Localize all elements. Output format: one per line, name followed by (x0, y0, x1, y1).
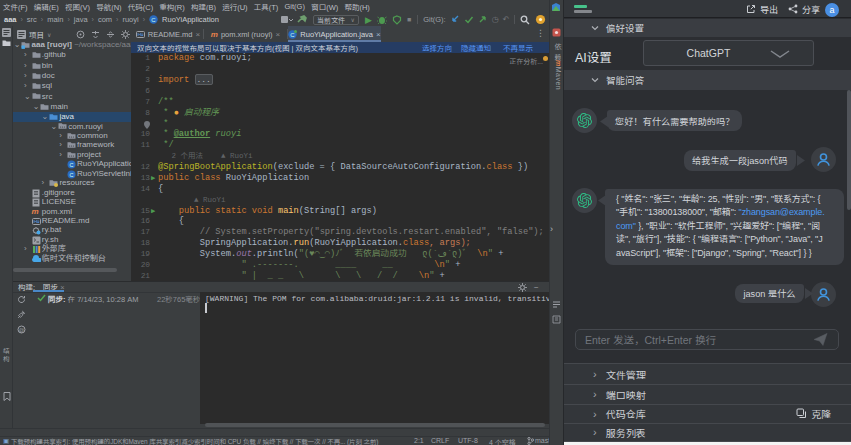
svg-text:C: C (151, 17, 156, 23)
svg-text:C: C (69, 171, 73, 177)
svg-text:@: @ (19, 327, 25, 333)
svg-text:C: C (69, 162, 73, 168)
